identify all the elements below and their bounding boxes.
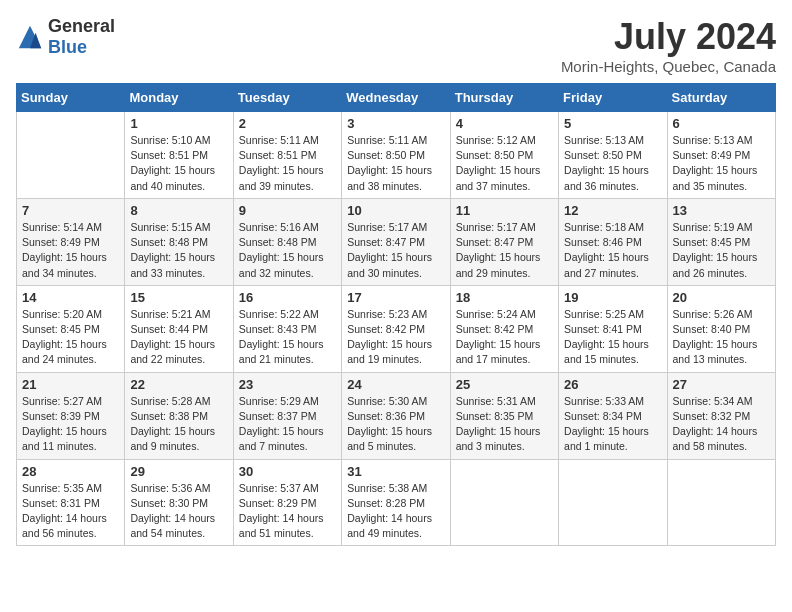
calendar-table: SundayMondayTuesdayWednesdayThursdayFrid… <box>16 83 776 546</box>
day-number: 30 <box>239 464 336 479</box>
day-number: 1 <box>130 116 227 131</box>
day-number: 12 <box>564 203 661 218</box>
calendar-cell: 4Sunrise: 5:12 AMSunset: 8:50 PMDaylight… <box>450 112 558 199</box>
weekday-header-friday: Friday <box>559 84 667 112</box>
calendar-cell: 18Sunrise: 5:24 AMSunset: 8:42 PMDayligh… <box>450 285 558 372</box>
day-info: Sunrise: 5:21 AMSunset: 8:44 PMDaylight:… <box>130 307 227 368</box>
day-number: 26 <box>564 377 661 392</box>
calendar-cell: 7Sunrise: 5:14 AMSunset: 8:49 PMDaylight… <box>17 198 125 285</box>
day-info: Sunrise: 5:20 AMSunset: 8:45 PMDaylight:… <box>22 307 119 368</box>
day-number: 29 <box>130 464 227 479</box>
calendar-cell: 2Sunrise: 5:11 AMSunset: 8:51 PMDaylight… <box>233 112 341 199</box>
day-info: Sunrise: 5:11 AMSunset: 8:50 PMDaylight:… <box>347 133 444 194</box>
weekday-header-monday: Monday <box>125 84 233 112</box>
day-number: 3 <box>347 116 444 131</box>
calendar-cell: 11Sunrise: 5:17 AMSunset: 8:47 PMDayligh… <box>450 198 558 285</box>
weekday-header-wednesday: Wednesday <box>342 84 450 112</box>
days-of-week-row: SundayMondayTuesdayWednesdayThursdayFrid… <box>17 84 776 112</box>
calendar-cell: 21Sunrise: 5:27 AMSunset: 8:39 PMDayligh… <box>17 372 125 459</box>
logo: General Blue <box>16 16 115 58</box>
logo-general-text: General <box>48 16 115 36</box>
calendar-cell: 24Sunrise: 5:30 AMSunset: 8:36 PMDayligh… <box>342 372 450 459</box>
day-info: Sunrise: 5:10 AMSunset: 8:51 PMDaylight:… <box>130 133 227 194</box>
calendar-cell: 5Sunrise: 5:13 AMSunset: 8:50 PMDaylight… <box>559 112 667 199</box>
day-info: Sunrise: 5:14 AMSunset: 8:49 PMDaylight:… <box>22 220 119 281</box>
day-info: Sunrise: 5:38 AMSunset: 8:28 PMDaylight:… <box>347 481 444 542</box>
calendar-cell <box>667 459 775 546</box>
day-info: Sunrise: 5:29 AMSunset: 8:37 PMDaylight:… <box>239 394 336 455</box>
day-info: Sunrise: 5:37 AMSunset: 8:29 PMDaylight:… <box>239 481 336 542</box>
day-number: 15 <box>130 290 227 305</box>
day-info: Sunrise: 5:13 AMSunset: 8:49 PMDaylight:… <box>673 133 770 194</box>
header-area: General Blue July 2024 Morin-Heights, Qu… <box>16 16 776 75</box>
calendar-cell: 9Sunrise: 5:16 AMSunset: 8:48 PMDaylight… <box>233 198 341 285</box>
calendar-week-row: 1Sunrise: 5:10 AMSunset: 8:51 PMDaylight… <box>17 112 776 199</box>
calendar-week-row: 7Sunrise: 5:14 AMSunset: 8:49 PMDaylight… <box>17 198 776 285</box>
calendar-cell: 13Sunrise: 5:19 AMSunset: 8:45 PMDayligh… <box>667 198 775 285</box>
calendar-week-row: 28Sunrise: 5:35 AMSunset: 8:31 PMDayligh… <box>17 459 776 546</box>
day-info: Sunrise: 5:13 AMSunset: 8:50 PMDaylight:… <box>564 133 661 194</box>
logo-blue-text: Blue <box>48 37 87 57</box>
calendar-cell: 31Sunrise: 5:38 AMSunset: 8:28 PMDayligh… <box>342 459 450 546</box>
day-number: 10 <box>347 203 444 218</box>
calendar-week-row: 21Sunrise: 5:27 AMSunset: 8:39 PMDayligh… <box>17 372 776 459</box>
day-info: Sunrise: 5:17 AMSunset: 8:47 PMDaylight:… <box>347 220 444 281</box>
day-info: Sunrise: 5:36 AMSunset: 8:30 PMDaylight:… <box>130 481 227 542</box>
day-info: Sunrise: 5:25 AMSunset: 8:41 PMDaylight:… <box>564 307 661 368</box>
day-number: 22 <box>130 377 227 392</box>
day-number: 20 <box>673 290 770 305</box>
calendar-cell <box>559 459 667 546</box>
day-number: 13 <box>673 203 770 218</box>
calendar-cell: 28Sunrise: 5:35 AMSunset: 8:31 PMDayligh… <box>17 459 125 546</box>
day-info: Sunrise: 5:17 AMSunset: 8:47 PMDaylight:… <box>456 220 553 281</box>
weekday-header-thursday: Thursday <box>450 84 558 112</box>
calendar-cell <box>17 112 125 199</box>
day-number: 6 <box>673 116 770 131</box>
day-info: Sunrise: 5:11 AMSunset: 8:51 PMDaylight:… <box>239 133 336 194</box>
calendar-cell: 22Sunrise: 5:28 AMSunset: 8:38 PMDayligh… <box>125 372 233 459</box>
day-info: Sunrise: 5:18 AMSunset: 8:46 PMDaylight:… <box>564 220 661 281</box>
day-number: 28 <box>22 464 119 479</box>
day-info: Sunrise: 5:23 AMSunset: 8:42 PMDaylight:… <box>347 307 444 368</box>
day-info: Sunrise: 5:16 AMSunset: 8:48 PMDaylight:… <box>239 220 336 281</box>
title-area: July 2024 Morin-Heights, Quebec, Canada <box>561 16 776 75</box>
logo-icon <box>16 23 44 51</box>
calendar-cell: 12Sunrise: 5:18 AMSunset: 8:46 PMDayligh… <box>559 198 667 285</box>
day-number: 21 <box>22 377 119 392</box>
day-number: 25 <box>456 377 553 392</box>
weekday-header-tuesday: Tuesday <box>233 84 341 112</box>
day-info: Sunrise: 5:34 AMSunset: 8:32 PMDaylight:… <box>673 394 770 455</box>
day-info: Sunrise: 5:24 AMSunset: 8:42 PMDaylight:… <box>456 307 553 368</box>
calendar-cell: 8Sunrise: 5:15 AMSunset: 8:48 PMDaylight… <box>125 198 233 285</box>
calendar-cell: 25Sunrise: 5:31 AMSunset: 8:35 PMDayligh… <box>450 372 558 459</box>
calendar-cell: 20Sunrise: 5:26 AMSunset: 8:40 PMDayligh… <box>667 285 775 372</box>
day-info: Sunrise: 5:22 AMSunset: 8:43 PMDaylight:… <box>239 307 336 368</box>
calendar-cell: 10Sunrise: 5:17 AMSunset: 8:47 PMDayligh… <box>342 198 450 285</box>
location-subtitle: Morin-Heights, Quebec, Canada <box>561 58 776 75</box>
calendar-cell: 3Sunrise: 5:11 AMSunset: 8:50 PMDaylight… <box>342 112 450 199</box>
calendar-cell: 29Sunrise: 5:36 AMSunset: 8:30 PMDayligh… <box>125 459 233 546</box>
day-number: 17 <box>347 290 444 305</box>
calendar-cell: 16Sunrise: 5:22 AMSunset: 8:43 PMDayligh… <box>233 285 341 372</box>
day-info: Sunrise: 5:19 AMSunset: 8:45 PMDaylight:… <box>673 220 770 281</box>
calendar-week-row: 14Sunrise: 5:20 AMSunset: 8:45 PMDayligh… <box>17 285 776 372</box>
day-info: Sunrise: 5:28 AMSunset: 8:38 PMDaylight:… <box>130 394 227 455</box>
day-info: Sunrise: 5:12 AMSunset: 8:50 PMDaylight:… <box>456 133 553 194</box>
day-number: 24 <box>347 377 444 392</box>
day-number: 19 <box>564 290 661 305</box>
day-info: Sunrise: 5:27 AMSunset: 8:39 PMDaylight:… <box>22 394 119 455</box>
calendar-cell: 26Sunrise: 5:33 AMSunset: 8:34 PMDayligh… <box>559 372 667 459</box>
day-number: 4 <box>456 116 553 131</box>
day-info: Sunrise: 5:15 AMSunset: 8:48 PMDaylight:… <box>130 220 227 281</box>
weekday-header-saturday: Saturday <box>667 84 775 112</box>
calendar-cell: 6Sunrise: 5:13 AMSunset: 8:49 PMDaylight… <box>667 112 775 199</box>
day-info: Sunrise: 5:30 AMSunset: 8:36 PMDaylight:… <box>347 394 444 455</box>
day-number: 31 <box>347 464 444 479</box>
calendar-cell: 19Sunrise: 5:25 AMSunset: 8:41 PMDayligh… <box>559 285 667 372</box>
day-number: 18 <box>456 290 553 305</box>
month-year-title: July 2024 <box>561 16 776 58</box>
day-number: 16 <box>239 290 336 305</box>
calendar-cell: 14Sunrise: 5:20 AMSunset: 8:45 PMDayligh… <box>17 285 125 372</box>
calendar-cell: 1Sunrise: 5:10 AMSunset: 8:51 PMDaylight… <box>125 112 233 199</box>
day-number: 11 <box>456 203 553 218</box>
